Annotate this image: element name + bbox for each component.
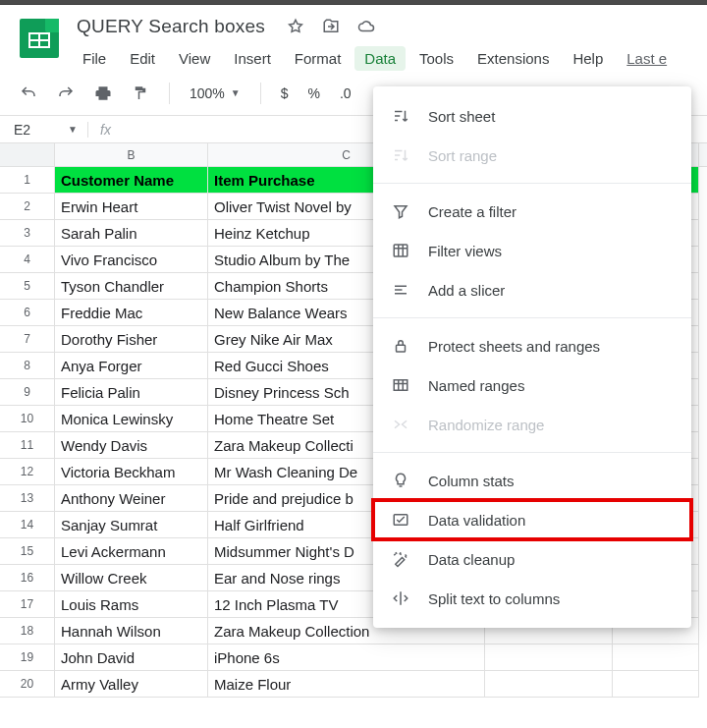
menu-item-bulb[interactable]: Column stats bbox=[373, 461, 691, 500]
menu-item-label: Create a filter bbox=[428, 203, 517, 220]
cell[interactable] bbox=[485, 671, 613, 698]
row-header[interactable]: 11 bbox=[0, 432, 55, 459]
row-header[interactable]: 14 bbox=[0, 512, 55, 538]
cell[interactable]: Louis Rams bbox=[55, 591, 208, 618]
cell[interactable]: Sanjay Sumrat bbox=[55, 512, 208, 538]
menu-item-sort-range: Sort range bbox=[373, 136, 691, 175]
row-header[interactable]: 17 bbox=[0, 591, 55, 618]
row-header[interactable]: 12 bbox=[0, 459, 55, 485]
row-header[interactable]: 19 bbox=[0, 644, 55, 671]
data-menu: Sort sheetSort rangeCreate a filterFilte… bbox=[373, 86, 691, 628]
named-ranges-icon bbox=[391, 375, 410, 395]
menu-extensions[interactable]: Extensions bbox=[467, 46, 559, 71]
menu-item-randomize: Randomize range bbox=[373, 405, 691, 444]
cell[interactable]: Freddie Mac bbox=[55, 300, 208, 326]
cleanup-icon bbox=[391, 549, 410, 569]
name-box[interactable]: E2▼ bbox=[0, 122, 88, 138]
bulb-icon bbox=[391, 471, 410, 490]
cell[interactable] bbox=[613, 644, 699, 671]
row-header[interactable]: 13 bbox=[0, 485, 55, 512]
cell[interactable]: Tyson Chandler bbox=[55, 273, 208, 300]
svg-rect-1 bbox=[397, 345, 406, 352]
row-header[interactable]: 7 bbox=[0, 326, 55, 353]
header: QUERY Search boxes File Edit View Insert… bbox=[0, 5, 707, 71]
row-header[interactable]: 3 bbox=[0, 220, 55, 247]
cell[interactable]: Maize Flour bbox=[208, 671, 485, 698]
cell[interactable]: Monica Lewinsky bbox=[55, 406, 208, 432]
col-header-b[interactable]: B bbox=[55, 143, 208, 166]
cloud-icon[interactable] bbox=[357, 18, 375, 35]
row-header[interactable]: 6 bbox=[0, 300, 55, 326]
svg-rect-0 bbox=[394, 245, 408, 256]
menu-item-label: Filter views bbox=[428, 243, 502, 259]
menu-item-label: Data validation bbox=[428, 512, 525, 529]
randomize-icon bbox=[391, 415, 410, 434]
row-header[interactable]: 5 bbox=[0, 273, 55, 300]
cell[interactable]: Army Valley bbox=[55, 671, 208, 698]
menu-tools[interactable]: Tools bbox=[409, 46, 463, 71]
row-header[interactable]: 4 bbox=[0, 247, 55, 273]
menu-data[interactable]: Data bbox=[354, 46, 406, 71]
cell[interactable]: Willow Creek bbox=[55, 565, 208, 591]
menu-item-funnel[interactable]: Create a filter bbox=[373, 192, 691, 231]
menu-item-split[interactable]: Split text to columns bbox=[373, 579, 691, 618]
row-header[interactable]: 9 bbox=[0, 379, 55, 406]
menu-format[interactable]: Format bbox=[285, 46, 352, 71]
row-header[interactable]: 20 bbox=[0, 671, 55, 698]
row-header[interactable]: 10 bbox=[0, 406, 55, 432]
decrease-decimal-button[interactable]: .0 bbox=[334, 85, 357, 101]
print-button[interactable] bbox=[88, 79, 118, 108]
select-all-corner[interactable] bbox=[0, 143, 55, 166]
cell[interactable] bbox=[485, 644, 613, 671]
row-header[interactable]: 18 bbox=[0, 618, 55, 644]
menu-item-slicer[interactable]: Add a slicer bbox=[373, 270, 691, 309]
row-header[interactable]: 15 bbox=[0, 538, 55, 565]
menu-item-lock[interactable]: Protect sheets and ranges bbox=[373, 326, 691, 365]
cell[interactable]: Sarah Palin bbox=[55, 220, 208, 247]
menu-item-label: Column stats bbox=[428, 473, 515, 489]
move-icon[interactable] bbox=[322, 18, 340, 35]
cell[interactable]: Erwin Heart bbox=[55, 194, 208, 220]
menu-insert[interactable]: Insert bbox=[224, 46, 281, 71]
row-header[interactable]: 1 bbox=[0, 167, 55, 194]
cell[interactable]: Dorothy Fisher bbox=[55, 326, 208, 353]
cell[interactable]: Customer Name bbox=[55, 167, 208, 194]
cell[interactable]: Anya Forger bbox=[55, 353, 208, 379]
zoom-dropdown[interactable]: 100%▼ bbox=[184, 85, 246, 101]
menu-item-cleanup[interactable]: Data cleanup bbox=[373, 539, 691, 579]
menu-item-sort-sheet[interactable]: Sort sheet bbox=[373, 96, 691, 136]
menu-item-named-ranges[interactable]: Named ranges bbox=[373, 365, 691, 405]
currency-button[interactable]: $ bbox=[275, 85, 295, 101]
row-header[interactable]: 16 bbox=[0, 565, 55, 591]
menubar: File Edit View Insert Format Data Tools … bbox=[73, 46, 695, 71]
menu-lastedit[interactable]: Last e bbox=[617, 46, 677, 71]
menu-item-filter-views[interactable]: Filter views bbox=[373, 231, 691, 270]
cell[interactable]: Hannah Wilson bbox=[55, 618, 208, 644]
toolbar-separator bbox=[260, 83, 261, 104]
cell[interactable]: Vivo Francisco bbox=[55, 247, 208, 273]
filter-views-icon bbox=[391, 241, 410, 260]
doc-title[interactable]: QUERY Search boxes bbox=[73, 14, 269, 39]
menu-item-validation[interactable]: Data validation bbox=[373, 500, 691, 539]
cell[interactable]: John David bbox=[55, 644, 208, 671]
cell[interactable] bbox=[613, 671, 699, 698]
menu-file[interactable]: File bbox=[73, 46, 116, 71]
cell[interactable]: Victoria Beckham bbox=[55, 459, 208, 485]
menu-view[interactable]: View bbox=[169, 46, 220, 71]
menu-edit[interactable]: Edit bbox=[120, 46, 165, 71]
sheets-logo[interactable] bbox=[20, 19, 59, 58]
percent-button[interactable]: % bbox=[302, 85, 326, 101]
row-header[interactable]: 2 bbox=[0, 194, 55, 220]
cell[interactable]: Wendy Davis bbox=[55, 432, 208, 459]
menu-help[interactable]: Help bbox=[563, 46, 613, 71]
menu-item-label: Add a slicer bbox=[428, 282, 505, 299]
cell[interactable]: Anthony Weiner bbox=[55, 485, 208, 512]
star-icon[interactable] bbox=[287, 18, 304, 35]
paint-format-button[interactable] bbox=[126, 79, 155, 108]
row-header[interactable]: 8 bbox=[0, 353, 55, 379]
cell[interactable]: iPhone 6s bbox=[208, 644, 485, 671]
undo-button[interactable] bbox=[14, 79, 43, 108]
redo-button[interactable] bbox=[51, 79, 81, 108]
cell[interactable]: Felicia Palin bbox=[55, 379, 208, 406]
cell[interactable]: Levi Ackermann bbox=[55, 538, 208, 565]
